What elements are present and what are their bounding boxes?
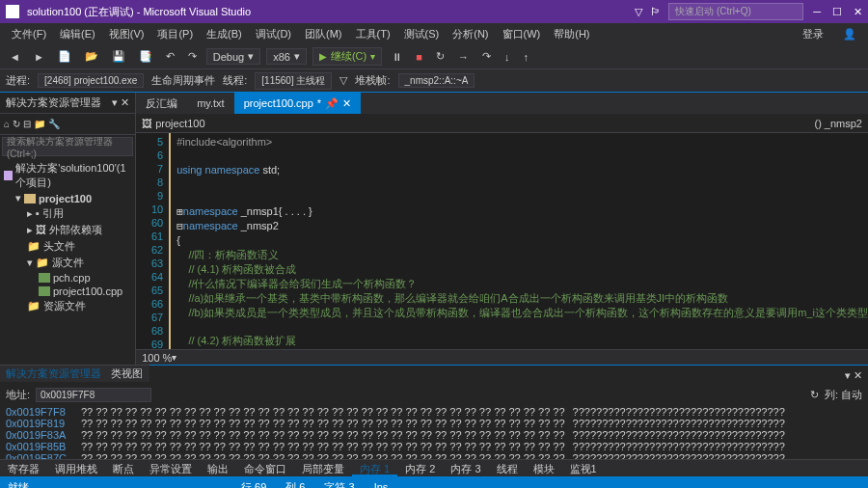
filter-icon[interactable]: ▽ [339, 74, 347, 87]
cols-label[interactable]: 列: 自动 [825, 388, 862, 402]
quick-launch-input[interactable]: 快速启动 (Ctrl+Q) [668, 3, 803, 20]
nav-back-icon[interactable]: ◄ [6, 49, 24, 65]
memory-view[interactable]: 0x0019F7F8?? ?? ?? ?? ?? ?? ?? ?? ?? ?? … [0, 404, 868, 459]
menu-build[interactable]: 生成(B) [201, 25, 248, 43]
panel-menu-icon[interactable]: ▾ ✕ [112, 96, 129, 109]
tab-mem3[interactable]: 内存 3 [443, 460, 488, 476]
solution-node[interactable]: 解决方案'solution100'(1 个项目) [4, 160, 131, 191]
close-tab-icon[interactable]: ✕ [342, 97, 351, 110]
tab-callstack[interactable]: 调用堆栈 [47, 460, 105, 476]
save-icon[interactable]: 💾 [108, 48, 129, 65]
step-into-icon[interactable]: ↓ [501, 49, 514, 65]
stop-icon[interactable]: ■ [412, 49, 426, 65]
addr-label: 地址: [6, 388, 30, 402]
tab-modules[interactable]: 模块 [526, 460, 562, 476]
menu-debug[interactable]: 调试(D) [250, 25, 297, 43]
tab-threads[interactable]: 线程 [489, 460, 526, 476]
menu-analyze[interactable]: 分析(N) [447, 25, 494, 43]
step-out-icon[interactable]: ↑ [519, 49, 532, 65]
addr-input[interactable] [36, 388, 151, 402]
editor-tabs: 反汇编 my.txt project100.cpp*📌✕ [136, 93, 868, 114]
code-area[interactable]: 5678910606162636465666768697071727374 #i… [136, 133, 868, 349]
refresh-icon[interactable]: ↻ [13, 119, 20, 129]
stackframe-select[interactable]: _nmsp2::A::~A [398, 73, 475, 88]
menubar: 文件(F) 编辑(E) 视图(V) 项目(P) 生成(B) 调试(D) 团队(M… [0, 23, 868, 44]
status-char: 字符 3 [324, 480, 354, 489]
refresh-mem-icon[interactable]: ↻ [810, 389, 819, 401]
restart-icon[interactable]: ↻ [432, 48, 448, 65]
menu-help[interactable]: 帮助(H) [548, 25, 595, 43]
user-icon[interactable]: 👤 [837, 26, 862, 42]
toolbar: ◄ ► 📄 📂 💾 📑 ↶ ↷ Debug▾ x86▾ ▶ 继续(C) ▾ ⏸ … [0, 44, 868, 69]
statusbar: 就绪 行 69 列 6 字符 3 Ins [0, 476, 868, 488]
redo-icon[interactable]: ↷ [184, 48, 201, 65]
properties-icon[interactable]: 🔧 [48, 119, 60, 129]
tab-project100[interactable]: project100.cpp*📌✕ [234, 93, 361, 114]
tab-breakpoints[interactable]: 断点 [105, 460, 142, 476]
close-button[interactable]: ✕ [854, 6, 862, 18]
res-node[interactable]: 📁 资源文件 [4, 298, 131, 314]
notif-icon[interactable]: 🏳 [650, 6, 661, 17]
zoom-level[interactable]: 100 % [142, 352, 172, 364]
continue-button[interactable]: ▶ 继续(C) ▾ [312, 47, 382, 66]
tab-command[interactable]: 命令窗口 [236, 460, 294, 476]
cpp-file[interactable]: project100.cpp [4, 285, 131, 298]
menu-project[interactable]: 项目(P) [151, 25, 199, 43]
pin-icon[interactable]: 📌 [325, 97, 339, 110]
panel-close-icon[interactable]: ▾ ✕ [845, 369, 862, 382]
menu-file[interactable]: 文件(F) [6, 25, 52, 43]
login-button[interactable]: 登录 [797, 25, 829, 43]
step-over-icon[interactable]: ↷ [478, 48, 495, 65]
minimize-button[interactable]: ─ [813, 6, 821, 18]
solution-search-input[interactable]: 搜索解决方案资源管理器(Ctrl+;) [2, 137, 133, 156]
save-all-icon[interactable]: 📑 [135, 48, 156, 65]
collapse-icon[interactable]: ⊟ [23, 119, 31, 129]
dirty-icon: * [317, 97, 321, 109]
refs-node[interactable]: ▸ ▪ 引用 [4, 205, 131, 222]
tab-exceptions[interactable]: 异常设置 [142, 460, 200, 476]
tab-mem2[interactable]: 内存 2 [397, 460, 443, 476]
pch-file[interactable]: pch.cpp [4, 271, 131, 285]
code-text[interactable]: #include<algorithm> using namespace std;… [169, 133, 868, 349]
tab-mytxt[interactable]: my.txt [187, 93, 234, 114]
menu-test[interactable]: 测试(S) [398, 25, 446, 43]
new-icon[interactable]: 📄 [54, 48, 75, 65]
menu-view[interactable]: 视图(V) [103, 25, 150, 43]
home-icon[interactable]: ⌂ [4, 119, 10, 129]
maximize-button[interactable]: ☐ [832, 6, 842, 18]
ext-deps-node[interactable]: ▸ 🖼 外部依赖项 [4, 222, 131, 238]
platform-select[interactable]: x86▾ [266, 48, 307, 65]
tab-sln-explorer[interactable]: 解决方案资源管理器 [6, 366, 101, 381]
menu-team[interactable]: 团队(M) [299, 25, 348, 43]
tab-registers[interactable]: 寄存器 [0, 460, 47, 476]
titlebar: solution100 (正在调试) - Microsoft Visual St… [0, 0, 868, 23]
context-project[interactable]: 🖼 project100 [142, 118, 204, 129]
process-select[interactable]: [2468] project100.exe [38, 73, 144, 88]
vs-logo-icon [6, 5, 19, 18]
config-select[interactable]: Debug▾ [206, 48, 260, 65]
menu-tools[interactable]: 工具(T) [350, 25, 396, 43]
open-icon[interactable]: 📂 [81, 48, 102, 65]
sources-node[interactable]: ▾ 📁 源文件 [4, 255, 131, 271]
tab-mem1[interactable]: 内存 1 [352, 460, 397, 476]
nav-fwd-icon[interactable]: ► [30, 49, 48, 65]
tab-watch1[interactable]: 监视1 [562, 460, 605, 476]
tab-locals[interactable]: 局部变量 [294, 460, 352, 476]
pause-icon[interactable]: ⏸ [388, 49, 406, 65]
undo-icon[interactable]: ↶ [162, 48, 178, 65]
tab-class-view[interactable]: 类视图 [111, 366, 143, 381]
context-scope[interactable]: () _nmsp2 [814, 118, 862, 129]
show-all-icon[interactable]: 📁 [34, 119, 45, 129]
tab-output[interactable]: 输出 [200, 460, 236, 476]
tab-disasm[interactable]: 反汇编 [136, 93, 187, 114]
thread-select[interactable]: [11560] 主线程 [255, 72, 332, 90]
process-label: 进程: [6, 73, 30, 88]
project-node[interactable]: ▾project100 [4, 191, 131, 205]
status-col: 列 6 [285, 480, 305, 489]
lifecycle-label[interactable]: 生命周期事件 [151, 73, 215, 88]
menu-edit[interactable]: 编辑(E) [54, 25, 101, 43]
window-title: solution100 (正在调试) - Microsoft Visual St… [27, 5, 635, 19]
step-icon[interactable]: → [454, 49, 473, 65]
headers-node[interactable]: 📁 头文件 [4, 238, 131, 255]
menu-window[interactable]: 窗口(W) [497, 25, 547, 43]
